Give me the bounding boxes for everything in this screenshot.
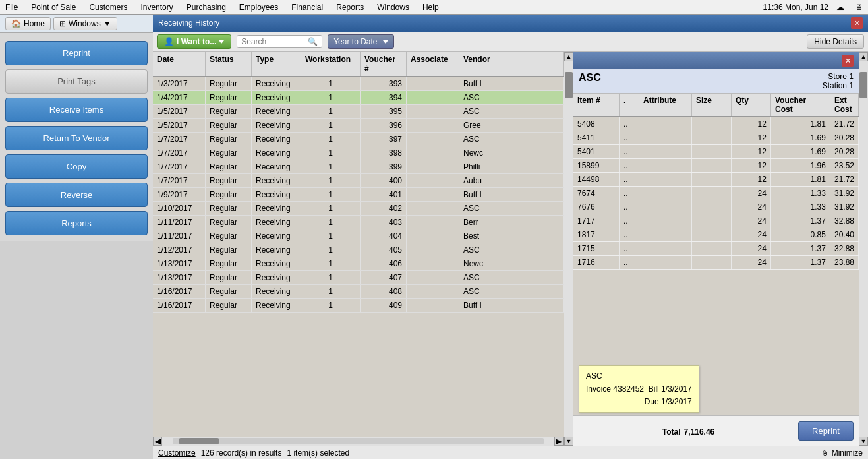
menu-pos[interactable]: Point of Sale bbox=[28, 1, 78, 13]
table-row[interactable]: 1/5/2017 Regular Receiving 1 396 Gree bbox=[153, 119, 564, 133]
scroll-thumb[interactable] bbox=[179, 438, 219, 444]
detail-row[interactable]: 15899 .. 12 1.96 23.52 bbox=[573, 159, 859, 173]
detail-row[interactable]: 14498 .. 12 1.81 21.72 bbox=[573, 173, 859, 187]
table-row[interactable]: 1/11/2017 Regular Receiving 1 403 Berr bbox=[153, 216, 564, 229]
menu-purchasing[interactable]: Purchasing bbox=[184, 1, 229, 13]
table-row[interactable]: 1/7/2017 Regular Receiving 1 397 ASC bbox=[153, 133, 564, 146]
table-row[interactable]: 1/7/2017 Regular Receiving 1 400 Aubu bbox=[153, 174, 564, 188]
reports-button[interactable]: Reports bbox=[5, 211, 148, 235]
table-row[interactable]: 1/13/2017 Regular Receiving 1 407 ASC bbox=[153, 271, 564, 285]
home-label: Home bbox=[24, 19, 45, 28]
home-icon: 🏠 bbox=[11, 19, 21, 28]
search-input[interactable] bbox=[241, 37, 308, 46]
windows-label: Windows bbox=[69, 19, 101, 28]
col-type[interactable]: Type bbox=[252, 52, 301, 76]
detail-row[interactable]: 1716 .. 24 1.37 23.88 bbox=[573, 256, 859, 270]
table-row[interactable]: 1/5/2017 Regular Receiving 1 395 ASC bbox=[153, 105, 564, 119]
detail-row[interactable]: 7674 .. 24 1.33 31.92 bbox=[573, 187, 859, 200]
table-row[interactable]: 1/3/2017 Regular Receiving 1 393 Buff I bbox=[153, 77, 564, 91]
table-row[interactable]: 1/10/2017 Regular Receiving 1 402 ASC bbox=[153, 202, 564, 216]
table-row[interactable]: 1/12/2017 Regular Receiving 1 405 ASC bbox=[153, 243, 564, 257]
detail-store-info: Store 1 Station 1 bbox=[823, 72, 854, 90]
home-button[interactable]: 🏠 Home bbox=[5, 17, 51, 30]
menu-customers[interactable]: Customers bbox=[86, 1, 130, 13]
table-row[interactable]: 1/16/2017 Regular Receiving 1 409 Buff I bbox=[153, 299, 564, 313]
date-filter[interactable]: Year to Date bbox=[328, 34, 393, 49]
statusbar: Customize 126 record(s) in results 1 ite… bbox=[153, 446, 868, 459]
dcol-attr[interactable]: Attribute bbox=[639, 94, 692, 116]
windows-dropdown-icon: ▼ bbox=[103, 19, 111, 28]
detail-row[interactable]: 5408 .. 12 1.81 21.72 bbox=[573, 117, 859, 131]
detail-vertical-scrollbar[interactable]: ▲ ▼ bbox=[859, 52, 868, 446]
vertical-scrollbar[interactable]: ▲ ▼ bbox=[564, 52, 573, 446]
scroll-right-button[interactable]: ▶ bbox=[554, 437, 564, 446]
menu-reports[interactable]: Reports bbox=[333, 1, 366, 13]
person-icon: 👤 bbox=[164, 37, 174, 46]
date-filter-arrow-icon bbox=[383, 40, 388, 44]
detail-scroll-up[interactable]: ▲ bbox=[859, 52, 868, 61]
reprint-button[interactable]: Reprint bbox=[5, 41, 148, 65]
iwant-button[interactable]: 👤 I Want to... bbox=[157, 34, 231, 49]
table-row[interactable]: 1/16/2017 Regular Receiving 1 408 ASC bbox=[153, 285, 564, 299]
receive-items-button[interactable]: Receive Items bbox=[5, 98, 148, 122]
detail-row[interactable]: 7676 .. 24 1.33 31.92 bbox=[573, 200, 859, 214]
table-row[interactable]: 1/13/2017 Regular Receiving 1 406 Newc bbox=[153, 257, 564, 271]
detail-scroll-down[interactable]: ▼ bbox=[859, 437, 868, 446]
scroll-left-button[interactable]: ◀ bbox=[153, 437, 162, 446]
scroll-up-button[interactable]: ▲ bbox=[564, 52, 573, 61]
minimize-button[interactable]: 🖱 Minimize bbox=[821, 448, 863, 458]
cloud-icon: ☁ bbox=[834, 2, 847, 13]
detail-scroll-thumb[interactable] bbox=[859, 72, 867, 98]
table-header: Date Status Type Workstation Voucher # A… bbox=[153, 52, 564, 77]
detail-panel: ✕ ASC Store 1 Station 1 bbox=[573, 52, 859, 446]
print-tags-button[interactable]: Print Tags bbox=[5, 69, 148, 94]
detail-reprint-button[interactable]: Reprint bbox=[798, 421, 854, 441]
detail-row[interactable]: 5401 .. 12 1.69 20.28 bbox=[573, 145, 859, 159]
table-row[interactable]: 1/9/2017 Regular Receiving 1 401 Buff I bbox=[153, 188, 564, 202]
dcol-ecost[interactable]: Ext Cost bbox=[830, 94, 859, 116]
col-voucher[interactable]: Voucher # bbox=[361, 52, 407, 76]
detail-titlebar: ✕ bbox=[573, 52, 859, 69]
copy-button[interactable]: Copy bbox=[5, 154, 148, 179]
detail-row[interactable]: 1717 .. 24 1.37 32.88 bbox=[573, 214, 859, 228]
search-box[interactable]: 🔍 bbox=[237, 35, 322, 48]
detail-row[interactable]: 5411 .. 12 1.69 20.28 bbox=[573, 131, 859, 145]
menubar: File Point of Sale Customers Inventory P… bbox=[0, 0, 868, 15]
detail-vendor-name: ASC bbox=[579, 72, 601, 90]
table-row[interactable]: 1/7/2017 Regular Receiving 1 399 Philli bbox=[153, 160, 564, 174]
date-filter-label: Year to Date bbox=[333, 37, 377, 46]
hide-details-button[interactable]: Hide Details bbox=[807, 34, 864, 49]
scroll-down-button[interactable]: ▼ bbox=[564, 437, 573, 446]
col-associate[interactable]: Associate bbox=[407, 52, 459, 76]
dcol-item[interactable]: Item # bbox=[573, 94, 620, 116]
menu-file[interactable]: File bbox=[3, 1, 20, 13]
detail-row[interactable]: 1817 .. 24 0.85 20.40 bbox=[573, 228, 859, 242]
customize-link[interactable]: Customize bbox=[158, 448, 196, 458]
total-value: Total 7,116.46 bbox=[662, 424, 715, 438]
table-row[interactable]: 1/7/2017 Regular Receiving 1 398 Newc bbox=[153, 146, 564, 160]
receiving-history-close[interactable]: ✕ bbox=[851, 17, 863, 29]
dcol-size[interactable]: Size bbox=[692, 94, 732, 116]
windows-button[interactable]: ⊞ Windows ▼ bbox=[53, 17, 117, 30]
menu-windows[interactable]: Windows bbox=[374, 1, 412, 13]
col-date[interactable]: Date bbox=[153, 52, 206, 76]
dcol-qty[interactable]: Qty bbox=[732, 94, 771, 116]
col-vendor[interactable]: Vendor bbox=[459, 52, 564, 76]
dcol-vcost[interactable]: Voucher Cost bbox=[771, 94, 830, 116]
detail-close-button[interactable]: ✕ bbox=[842, 55, 854, 67]
menu-employees[interactable]: Employees bbox=[237, 1, 281, 13]
menu-inventory[interactable]: Inventory bbox=[138, 1, 175, 13]
table-body: 1/3/2017 Regular Receiving 1 393 Buff I … bbox=[153, 77, 564, 437]
menu-financial[interactable]: Financial bbox=[289, 1, 326, 13]
scroll-thumb[interactable] bbox=[565, 72, 573, 98]
table-row[interactable]: 1/4/2017 Regular Receiving 1 394 ASC bbox=[153, 91, 564, 105]
col-status[interactable]: Status bbox=[206, 52, 252, 76]
horizontal-scrollbar[interactable]: ◀ ▶ bbox=[153, 437, 564, 446]
return-to-vendor-button[interactable]: Return To Vendor bbox=[5, 126, 148, 150]
col-workstation[interactable]: Workstation bbox=[301, 52, 361, 76]
detail-row[interactable]: 1715 .. 24 1.37 32.88 bbox=[573, 242, 859, 256]
table-row[interactable]: 1/11/2017 Regular Receiving 1 404 Best bbox=[153, 229, 564, 243]
reverse-button[interactable]: Reverse bbox=[5, 183, 148, 207]
menu-help[interactable]: Help bbox=[420, 1, 442, 13]
dropdown-arrow-icon bbox=[219, 40, 224, 44]
